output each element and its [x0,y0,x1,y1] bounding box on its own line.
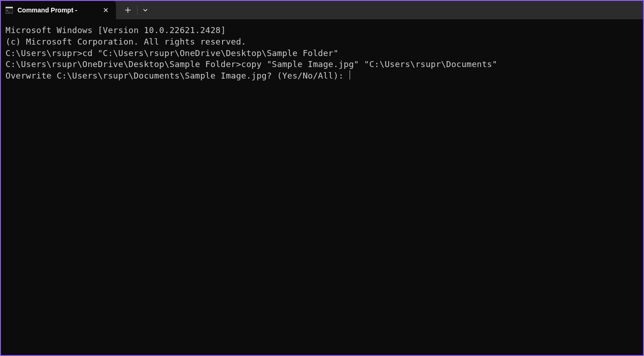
titlebar: >_ Command Prompt - [1,1,643,19]
terminal-line: Microsoft Windows [Version 10.0.22621.24… [6,25,638,36]
new-tab-button[interactable] [120,3,136,17]
terminal-line: C:\Users\rsupr>cd "C:\Users\rsupr\OneDri… [6,48,638,59]
terminal-output[interactable]: Microsoft Windows [Version 10.0.22621.24… [1,19,643,355]
svg-rect-1 [6,7,13,8]
command-prompt-icon: >_ [6,6,13,14]
terminal-line: (c) Microsoft Corporation. All rights re… [6,36,638,48]
titlebar-divider [137,6,138,15]
tab-dropdown-button[interactable] [138,3,152,17]
terminal-prompt-line: Overwrite C:\Users\rsupr\Documents\Sampl… [6,71,350,80]
tab-command-prompt[interactable]: >_ Command Prompt - [1,1,116,19]
overwrite-prompt: Overwrite C:\Users\rsupr\Documents\Sampl… [6,71,349,80]
svg-text:>_: >_ [6,9,10,12]
terminal-window: >_ Command Prompt - [1,1,643,355]
tab-title: Command Prompt - [17,6,97,14]
close-tab-button[interactable] [101,6,110,15]
titlebar-actions [116,1,152,19]
cursor [350,70,350,79]
terminal-line: C:\Users\rsupr\OneDrive\Desktop\Sample F… [6,59,638,70]
